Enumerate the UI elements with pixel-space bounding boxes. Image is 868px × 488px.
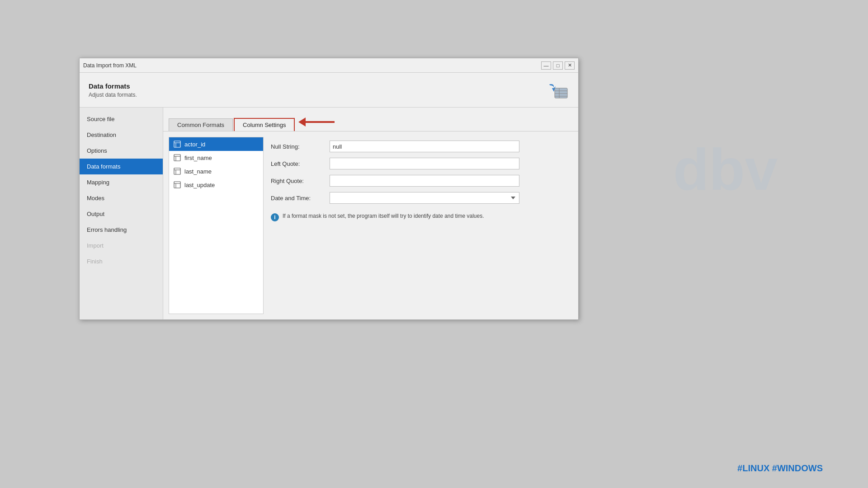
bottom-tag: #LINUX #WINDOWS [737,463,823,474]
info-icon: i [271,213,279,221]
content-area: Source file Destination Options Data for… [80,108,578,319]
sidebar-item-finish[interactable]: Finish [80,253,163,269]
header-icon [546,79,569,101]
tab-bar: Common Formats Column Settings [163,108,578,131]
main-window: Data Import from XML — □ ✕ Data formats … [79,58,579,320]
window-title: Data Import from XML [83,62,137,69]
info-row: i If a format mask is not set, the progr… [271,213,571,221]
header-section: Data formats Adjust data formats. [80,73,578,108]
close-button[interactable]: ✕ [565,61,575,70]
page-title: Data formats [89,82,137,90]
sidebar-item-output[interactable]: Output [80,206,163,222]
null-string-input[interactable] [330,141,519,152]
tab-common-formats[interactable]: Common Formats [169,118,233,131]
tab-column-settings[interactable]: Column Settings [234,118,295,131]
svg-rect-16 [174,182,180,188]
left-quote-label: Left Quote: [271,160,325,167]
tab-body: actor_id first_name [163,131,578,319]
list-item-last-update[interactable]: last_update [169,178,263,192]
svg-rect-13 [174,168,180,174]
column-icon [174,141,181,148]
maximize-button[interactable]: □ [553,61,563,70]
svg-rect-10 [174,155,180,161]
column-icon [174,181,181,188]
list-item-actor-id[interactable]: actor_id [169,137,263,151]
window-controls: — □ ✕ [541,61,575,70]
info-text: If a format mask is not set, the program… [283,213,484,219]
date-time-select[interactable] [330,192,519,204]
svg-rect-7 [174,141,180,147]
right-quote-input[interactable] [330,175,519,187]
minimize-button[interactable]: — [541,61,551,70]
main-content: Common Formats Column Settings [163,108,578,319]
sidebar: Source file Destination Options Data for… [80,108,163,319]
null-string-row: Null String: [271,141,571,152]
list-item-last-name[interactable]: last_name [169,164,263,178]
right-quote-label: Right Quote: [271,178,325,184]
arrow-annotation [298,113,339,131]
title-bar: Data Import from XML — □ ✕ [80,58,578,73]
watermark: dbv [673,136,778,203]
right-quote-row: Right Quote: [271,175,571,187]
null-string-label: Null String: [271,143,325,150]
sidebar-item-destination[interactable]: Destination [80,127,163,143]
date-time-row: Date and Time: [271,192,571,204]
left-quote-row: Left Quote: [271,158,571,169]
svg-marker-6 [298,117,306,127]
sidebar-item-import[interactable]: Import [80,238,163,253]
sidebar-item-options[interactable]: Options [80,143,163,159]
settings-panel: Null String: Left Quote: Right Quote: [269,137,573,314]
header-text: Data formats Adjust data formats. [89,82,137,98]
svg-rect-0 [555,88,567,98]
sidebar-item-modes[interactable]: Modes [80,190,163,206]
sidebar-item-errors-handling[interactable]: Errors handling [80,222,163,238]
sidebar-item-data-formats[interactable]: Data formats [80,159,163,174]
column-icon [174,154,181,161]
page-subtitle: Adjust data formats. [89,92,137,98]
column-icon [174,168,181,175]
sidebar-item-mapping[interactable]: Mapping [80,174,163,190]
sidebar-item-source-file[interactable]: Source file [80,111,163,127]
list-item-first-name[interactable]: first_name [169,151,263,164]
date-time-label: Date and Time: [271,195,325,202]
left-quote-input[interactable] [330,158,519,169]
column-list: actor_id first_name [169,137,264,314]
